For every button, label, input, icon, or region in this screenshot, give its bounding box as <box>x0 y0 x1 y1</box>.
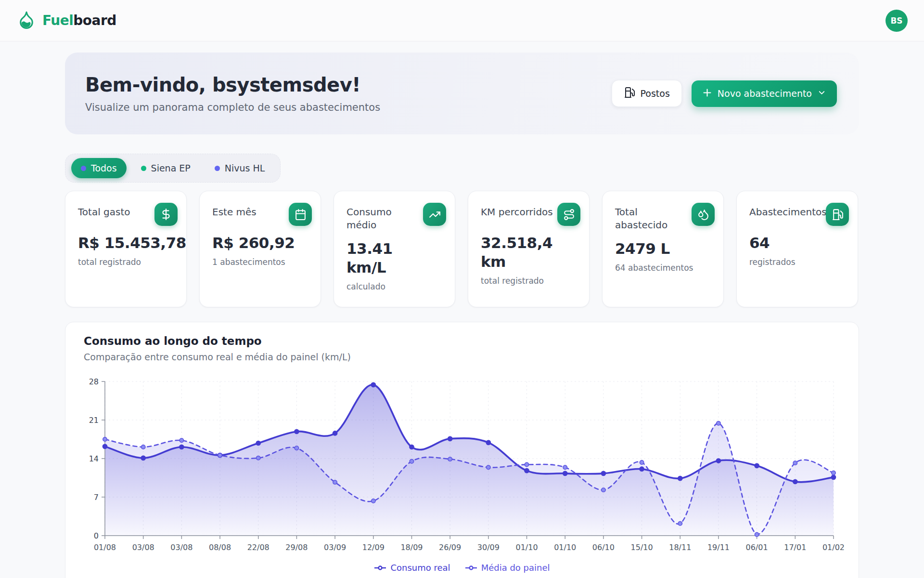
svg-text:03/08: 03/08 <box>132 543 154 552</box>
filter-chip-label: Nivus HL <box>225 163 265 173</box>
stat-value: R$ 260,92 <box>212 234 312 252</box>
stat-subtext: registrados <box>749 257 849 267</box>
svg-text:26/09: 26/09 <box>439 543 461 552</box>
legend-item-consumo-real[interactable]: Consumo real <box>374 563 450 573</box>
stat-subtext: calculado <box>346 282 446 291</box>
svg-text:28: 28 <box>89 377 99 386</box>
svg-text:03/08: 03/08 <box>170 543 192 552</box>
stat-value: 64 <box>749 234 849 252</box>
brand-logo[interactable]: Fuelboard <box>16 10 116 32</box>
trending-up-icon <box>423 203 446 226</box>
svg-text:01/08: 01/08 <box>94 543 116 552</box>
chart-title: Consumo ao longo do tempo <box>84 335 859 347</box>
svg-text:01/02: 01/02 <box>822 543 845 552</box>
dot-icon <box>81 166 86 171</box>
svg-text:15/10: 15/10 <box>631 543 653 552</box>
stats-row: Total gasto R$ 15.453,78 total registrad… <box>65 191 859 307</box>
line-marker-icon <box>374 563 386 573</box>
chevron-down-icon <box>817 88 826 99</box>
stat-card-km-percorridos: KM percorridos 32.518,4 km total registr… <box>468 191 590 307</box>
vehicle-filter-bar: Todos Siena EP Nivus HL <box>65 154 281 183</box>
svg-text:06/10: 06/10 <box>592 543 615 552</box>
dot-icon <box>141 166 146 171</box>
svg-text:06/01: 06/01 <box>746 543 768 552</box>
svg-text:18/09: 18/09 <box>400 543 423 552</box>
filter-chip-label: Todos <box>91 163 117 173</box>
new-refuel-button-label: Novo abastecimento <box>718 88 812 99</box>
svg-text:12/09: 12/09 <box>362 543 385 552</box>
svg-text:19/11: 19/11 <box>707 543 730 552</box>
welcome-banner: Bem-vindo, bsystemsdev! Visualize um pan… <box>65 53 859 134</box>
stat-subtext: 64 abastecimentos <box>615 263 715 273</box>
stat-label: Total abastecido <box>615 203 688 232</box>
stat-card-abastecimentos: Abastecimentos 64 registrados <box>736 191 858 307</box>
consumption-chart-card: Consumo ao longo do tempo Comparação ent… <box>65 322 859 578</box>
stat-label: KM percorridos <box>481 203 553 219</box>
svg-text:30/09: 30/09 <box>477 543 500 552</box>
filter-chip-label: Siena EP <box>151 163 191 173</box>
stat-value: 13.41 km/L <box>346 239 419 277</box>
app-header: Fuelboard BS <box>0 0 924 41</box>
svg-text:03/09: 03/09 <box>324 543 346 552</box>
stat-label: Consumo médio <box>346 203 419 232</box>
legend-label: Média do painel <box>481 563 550 573</box>
stat-subtext: 1 abastecimentos <box>212 257 312 267</box>
chart-legend: Consumo real Média do painel <box>65 563 859 573</box>
route-icon <box>557 203 580 226</box>
fuel-pump-icon <box>624 87 635 100</box>
brand-name: Fuelboard <box>42 13 116 28</box>
svg-text:29/08: 29/08 <box>285 543 308 552</box>
filter-chip-todos[interactable]: Todos <box>71 158 127 178</box>
stat-subtext: total registrado <box>78 257 178 267</box>
dollar-icon <box>154 203 178 226</box>
stat-label: Abastecimentos <box>749 203 822 219</box>
svg-text:21: 21 <box>89 416 99 425</box>
svg-text:14: 14 <box>89 454 99 463</box>
legend-item-media-painel[interactable]: Média do painel <box>465 563 550 573</box>
svg-text:01/10: 01/10 <box>554 543 576 552</box>
postos-button-label: Postos <box>641 88 670 99</box>
welcome-subtitle: Visualize um panorama completo de seus a… <box>85 102 380 113</box>
fuel-pump-icon <box>826 203 849 226</box>
plus-icon <box>702 88 712 100</box>
svg-text:17/01: 17/01 <box>784 543 806 552</box>
stat-label: Total gasto <box>78 203 151 219</box>
calendar-icon <box>289 203 312 226</box>
droplets-icon <box>692 203 715 226</box>
welcome-title: Bem-vindo, bsystemsdev! <box>85 74 380 96</box>
droplet-logo-icon <box>16 10 37 32</box>
stat-subtext: total registrado <box>481 276 580 286</box>
filter-chip-nivus-hl[interactable]: Nivus HL <box>205 158 275 178</box>
legend-label: Consumo real <box>390 563 450 573</box>
svg-text:7: 7 <box>94 493 99 502</box>
dot-icon <box>215 166 220 171</box>
filter-chip-siena-ep[interactable]: Siena EP <box>131 158 200 178</box>
svg-text:01/10: 01/10 <box>515 543 538 552</box>
chart-subtitle: Comparação entre consumo real e média do… <box>84 352 859 362</box>
new-refuel-button[interactable]: Novo abastecimento <box>692 80 837 107</box>
svg-text:22/08: 22/08 <box>247 543 270 552</box>
stat-card-total-gasto: Total gasto R$ 15.453,78 total registrad… <box>65 191 187 307</box>
stat-card-consumo-medio: Consumo médio 13.41 km/L calculado <box>334 191 455 307</box>
stat-label: Este mês <box>212 203 285 219</box>
stat-card-este-mes: Este mês R$ 260,92 1 abastecimentos <box>199 191 321 307</box>
consumption-chart[interactable]: 0714212801/0803/0803/0808/0822/0829/0803… <box>65 371 859 560</box>
svg-text:08/08: 08/08 <box>209 543 231 552</box>
stat-card-total-abastecido: Total abastecido 2479 L 64 abastecimento… <box>602 191 724 307</box>
svg-text:0: 0 <box>94 531 99 540</box>
stat-value: 32.518,4 km <box>481 234 566 271</box>
stat-value: R$ 15.453,78 <box>78 234 178 252</box>
stat-value: 2479 L <box>615 239 715 258</box>
svg-text:18/11: 18/11 <box>669 543 691 552</box>
line-marker-icon <box>465 563 477 573</box>
user-avatar[interactable]: BS <box>886 10 908 32</box>
postos-button[interactable]: Postos <box>612 80 682 107</box>
